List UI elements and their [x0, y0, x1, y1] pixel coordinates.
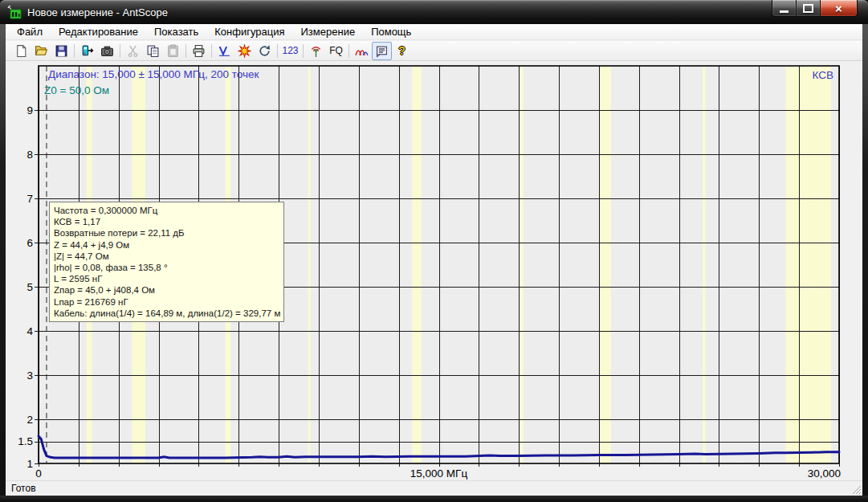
- svg-text:2: 2: [26, 414, 33, 426]
- tooltip-line: Кабель: длина(1/4) = 164,89 м, длина(1/2…: [54, 308, 279, 319]
- tooltip-line: Zпар = 45,0 + j408,4 Ом: [54, 284, 279, 296]
- svg-text:9: 9: [26, 104, 33, 116]
- svg-text:30,000: 30,000: [808, 467, 841, 480]
- tooltip-line: Частота = 0,300000 МГц: [54, 205, 279, 216]
- status-text: Готов: [11, 483, 36, 494]
- trace-label: КСВ: [813, 69, 833, 81]
- tooltip-line: КСВ = 1,17: [54, 216, 279, 227]
- svg-text:6: 6: [26, 237, 33, 249]
- svg-text:7: 7: [26, 193, 33, 205]
- svg-text:0: 0: [35, 467, 42, 480]
- ham-band: [703, 66, 705, 463]
- ham-band: [786, 66, 831, 463]
- ham-band: [308, 66, 311, 463]
- tooltip-line: Возвратные потери = 22,11 дБ: [54, 227, 279, 239]
- svg-text:4: 4: [26, 325, 33, 337]
- z0-label: Z0 = 50,0 Ом: [44, 84, 109, 96]
- tooltip-line: |Z| = 44,7 Ом: [54, 251, 279, 262]
- tooltip-line: |rho| = 0,08, фаза = 135,8 °: [54, 262, 279, 273]
- svg-text:5: 5: [26, 281, 33, 293]
- antscope-window: { "window": { "title": "Новое измерение …: [0, 0, 868, 502]
- svg-text:8: 8: [26, 149, 33, 161]
- ham-band: [412, 66, 422, 463]
- tooltip-line: Lпар = 216769 нГ: [54, 296, 279, 308]
- range-label: Диапазон: 15,000 ± 15,000 МГц, 200 точек: [48, 68, 259, 80]
- tooltip-line: L = 2595 нГ: [54, 273, 279, 284]
- resize-grip[interactable]: [850, 484, 862, 495]
- ham-band: [520, 66, 523, 463]
- svg-text:1.5: 1.5: [18, 435, 33, 447]
- svg-text:3: 3: [26, 369, 33, 382]
- svg-text:1: 1: [26, 458, 33, 470]
- status-bar: Готов: [6, 480, 862, 496]
- svg-text:15,000 МГц: 15,000 МГц: [410, 467, 468, 480]
- cursor-data-tooltip: Частота = 0,300000 МГцКСВ = 1,17Возвратн…: [49, 202, 284, 322]
- tooltip-line: Z = 44,4 + j4,9 Ом: [54, 239, 279, 251]
- ham-band: [599, 66, 611, 463]
